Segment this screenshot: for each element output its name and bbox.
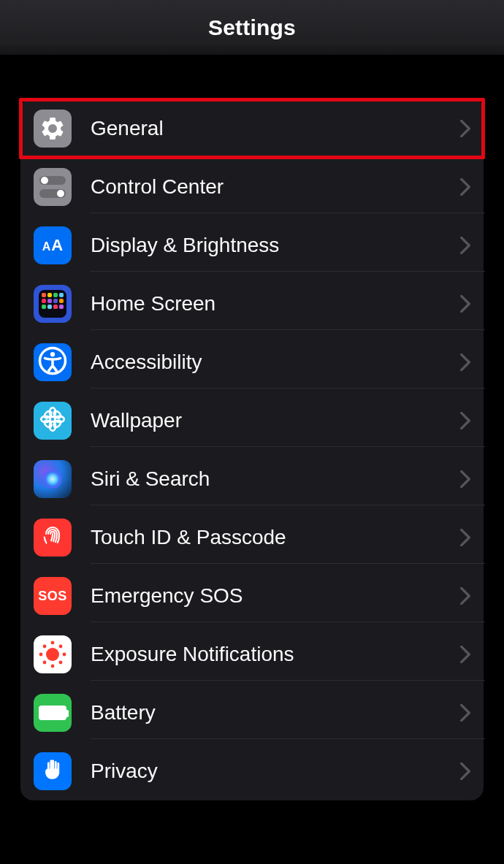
chevron-right-icon [460,762,470,780]
svg-point-18 [59,645,63,649]
page-title: Settings [208,15,296,40]
toggles-icon [34,168,72,206]
svg-point-12 [46,648,59,661]
svg-point-15 [39,653,43,657]
gear-icon [34,110,72,148]
chevron-right-icon [460,295,470,313]
row-label: Home Screen [91,292,215,316]
svg-point-17 [43,645,47,649]
row-label: Wallpaper [91,409,182,432]
row-home-screen[interactable]: Home Screen [20,275,484,333]
row-label: General [91,117,164,140]
row-wallpaper[interactable]: Wallpaper [20,391,484,450]
row-general[interactable]: General [19,98,485,159]
svg-point-14 [51,665,55,668]
row-label: Siri & Search [91,467,210,491]
svg-point-1 [50,352,55,356]
row-label: Control Center [91,175,224,199]
chevron-right-icon [460,178,470,196]
accessibility-icon [34,343,72,381]
chevron-right-icon [460,353,470,371]
settings-header: Settings [0,0,504,56]
siri-icon [34,460,72,498]
hand-icon [34,752,72,790]
row-touch-id-passcode[interactable]: Touch ID & Passcode [20,508,484,567]
svg-point-11 [43,470,62,489]
svg-point-13 [51,641,55,645]
text-size-icon: AA [34,226,72,264]
chevron-right-icon [460,120,470,137]
fingerprint-icon [34,519,72,557]
flower-icon [34,402,72,440]
settings-list: General Control Center AA Display & Brig… [20,98,484,800]
chevron-right-icon [460,529,470,546]
row-exposure-notifications[interactable]: Exposure Notifications [20,625,484,684]
chevron-right-icon [460,470,470,488]
row-label: Display & Brightness [91,234,279,257]
row-privacy[interactable]: Privacy [20,742,484,800]
row-label: Emergency SOS [91,584,243,608]
row-label: Battery [91,701,156,725]
chevron-right-icon [460,412,470,429]
chevron-right-icon [460,237,470,254]
row-control-center[interactable]: Control Center [20,158,484,216]
exposure-icon [34,635,72,673]
battery-icon [34,694,72,732]
chevron-right-icon [460,587,470,605]
svg-point-16 [63,653,66,657]
row-label: Privacy [91,760,158,783]
row-label: Accessibility [91,351,202,374]
row-accessibility[interactable]: Accessibility [20,333,484,391]
row-label: Exposure Notifications [91,643,294,666]
row-label: Touch ID & Passcode [91,526,286,549]
row-display-brightness[interactable]: AA Display & Brightness [20,216,484,275]
svg-point-19 [43,661,47,665]
home-screen-icon [34,285,72,323]
sos-icon: SOS [34,577,72,615]
row-emergency-sos[interactable]: SOS Emergency SOS [20,567,484,625]
row-battery[interactable]: Battery [20,684,484,742]
chevron-right-icon [460,646,470,663]
row-siri-search[interactable]: Siri & Search [20,450,484,508]
svg-point-20 [59,661,63,665]
chevron-right-icon [460,704,470,722]
